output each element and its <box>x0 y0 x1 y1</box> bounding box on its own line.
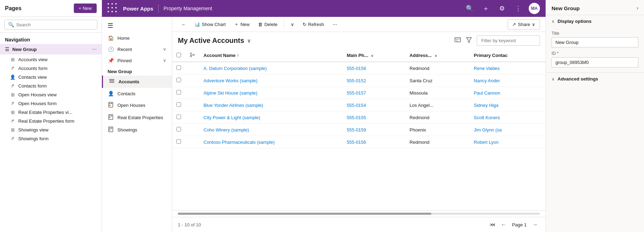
contact-cell[interactable]: Nancy Ander <box>470 75 546 87</box>
phone-cell[interactable]: 555-0152 <box>342 75 405 87</box>
advanced-settings-header[interactable]: ∨ Advanced settings <box>546 73 644 85</box>
pa-nav-pinned[interactable]: 📌 Pinned ∨ <box>102 55 172 66</box>
row-checkbox-cell[interactable] <box>172 111 185 124</box>
nav-item-accounts-view[interactable]: ⊞ Accounts view <box>0 55 102 64</box>
table-scrollbar[interactable] <box>178 213 540 215</box>
contacts-icon: 👤 <box>108 91 114 96</box>
search-input[interactable] <box>16 22 94 27</box>
select-all-header[interactable] <box>172 49 185 62</box>
new-page-button[interactable]: + New <box>74 4 97 13</box>
row-checkbox-cell[interactable] <box>172 75 185 87</box>
contact-cell[interactable]: Paul Cannon <box>470 87 546 99</box>
svg-rect-12 <box>109 128 110 129</box>
row-checkbox[interactable] <box>176 78 181 82</box>
nav-item-real-estate-view[interactable]: ⊞ Real Estate Properties vi... <box>0 108 102 117</box>
prev-page-button[interactable]: ← <box>499 220 509 229</box>
row-checkbox-cell[interactable] <box>172 136 185 148</box>
add-icon[interactable]: ＋ <box>480 4 491 13</box>
phone-cell[interactable]: 555-0155 <box>342 111 405 124</box>
row-checkbox[interactable] <box>176 127 181 131</box>
search-icon[interactable]: 🔍 <box>464 5 475 12</box>
next-page-button[interactable]: → <box>530 220 540 229</box>
table-row: Blue Yonder Airlines (sample) 555-0154 L… <box>172 99 546 111</box>
pa-nav-real-estate[interactable]: Real Estate Properties <box>102 111 172 124</box>
phone-cell[interactable]: 555-0154 <box>342 99 405 111</box>
pa-nav-accounts[interactable]: Accounts <box>102 76 172 88</box>
row-checkbox[interactable] <box>176 139 181 144</box>
account-name-cell[interactable]: Alpine Ski House (sample) <box>199 87 342 99</box>
account-name-cell[interactable]: A. Datum Corporation (sample) <box>199 62 342 75</box>
more-options-icon[interactable]: ⋮ <box>513 5 524 12</box>
contact-cell[interactable]: Scott Koners <box>470 111 546 124</box>
row-checkbox-cell[interactable] <box>172 62 185 75</box>
new-record-button[interactable]: ＋ New <box>231 19 253 30</box>
contact-cell[interactable]: Jim Glynn (sa <box>470 124 546 136</box>
pa-nav-real-estate-label: Real Estate Properties <box>117 115 163 120</box>
display-options-body: Title ID * <box>546 31 644 72</box>
nav-item-showings-view[interactable]: ⊞ Showings view <box>0 125 102 134</box>
form-icon: ↱ <box>10 136 15 141</box>
contact-cell[interactable]: Robert Lyon <box>470 136 546 148</box>
rp-close-icon[interactable]: › <box>637 5 638 11</box>
more-button[interactable]: ⋯ <box>329 20 341 29</box>
table-row: Adventure Works (sample) 555-0152 Santa … <box>172 75 546 87</box>
phone-cell[interactable]: 555-0156 <box>342 136 405 148</box>
filter-icon[interactable] <box>465 36 472 45</box>
row-checkbox[interactable] <box>176 115 181 119</box>
first-page-button[interactable]: ⏮ <box>488 220 497 229</box>
primary-contact-header[interactable]: Primary Contac <box>470 49 546 62</box>
settings-icon[interactable]: ⚙ <box>496 5 508 12</box>
nav-item-contacts-view[interactable]: 👤 Contacts view <box>0 73 102 82</box>
account-name-cell[interactable]: Contoso Pharmaceuticals (sample) <box>199 136 342 148</box>
pa-nav-recent[interactable]: 🕐 Recent ∨ <box>102 44 172 55</box>
table-view-icon[interactable] <box>454 36 461 45</box>
hamburger-menu[interactable]: ☰ <box>102 19 172 32</box>
nav-item-real-estate-form[interactable]: ↱ Real Estate Properties form <box>0 117 102 125</box>
nav-item-showings-form[interactable]: ↱ Showings form <box>0 134 102 143</box>
app-name: Power Apps <box>123 6 153 12</box>
account-name-cell[interactable]: Blue Yonder Airlines (sample) <box>199 99 342 111</box>
sort-button[interactable]: ∨ <box>287 20 298 29</box>
nav-item-open-houses-form[interactable]: ↱ Open Houses form <box>0 99 102 108</box>
svg-rect-9 <box>111 115 112 116</box>
view-title-chevron-icon[interactable]: ∨ <box>247 38 251 44</box>
app-launcher-icon[interactable] <box>108 3 118 14</box>
phone-cell[interactable]: 555-0159 <box>342 124 405 136</box>
id-field-input[interactable] <box>552 57 638 67</box>
row-checkbox[interactable] <box>176 65 181 70</box>
display-options-header[interactable]: ∧ Display options <box>546 15 644 27</box>
pa-nav-home[interactable]: 🏠 Home <box>102 32 172 44</box>
pa-nav-open-houses[interactable]: Open Houses <box>102 99 172 111</box>
select-all-checkbox[interactable] <box>176 53 181 57</box>
address-header[interactable]: Address... ∨ <box>405 49 470 62</box>
nav-item-open-houses-view[interactable]: ⊞ Open Houses view <box>0 90 102 99</box>
account-name-cell[interactable]: Adventure Works (sample) <box>199 75 342 87</box>
phone-cell[interactable]: 555-0158 <box>342 62 405 75</box>
filter-input[interactable] <box>477 36 540 46</box>
contact-cell[interactable]: Sidney Higa <box>470 99 546 111</box>
user-avatar[interactable]: MA <box>529 3 540 14</box>
account-name-cell[interactable]: City Power & Light (sample) <box>199 111 342 124</box>
main-phone-header[interactable]: Main Ph... ∨ <box>342 49 405 62</box>
row-checkbox-cell[interactable] <box>172 87 185 99</box>
row-checkbox-cell[interactable] <box>172 99 185 111</box>
delete-button[interactable]: 🗑 Delete <box>255 20 281 29</box>
nav-group-menu-icon[interactable]: ··· <box>92 46 97 52</box>
contact-cell[interactable]: Rene Valdes <box>470 62 546 75</box>
back-button[interactable]: ← <box>178 20 189 29</box>
account-name-header[interactable]: Account Name ↑ <box>199 49 342 62</box>
refresh-button[interactable]: ↻ Refresh <box>299 20 328 29</box>
nav-item-accounts-form[interactable]: ↱ Accounts form <box>0 64 102 73</box>
pa-nav-showings[interactable]: Showings <box>102 124 172 136</box>
share-button[interactable]: ↗ Share ∨ <box>508 19 540 30</box>
row-checkbox[interactable] <box>176 90 181 95</box>
title-field-input[interactable] <box>552 37 638 47</box>
row-checkbox[interactable] <box>176 102 181 107</box>
pa-nav-contacts[interactable]: 👤 Contacts <box>102 88 172 99</box>
nav-group-new-group[interactable]: ☰ New Group ··· <box>0 44 102 54</box>
account-name-cell[interactable]: Coho Winery (sample) <box>199 124 342 136</box>
row-checkbox-cell[interactable] <box>172 124 185 136</box>
nav-item-contacts-form[interactable]: ↱ Contacts form <box>0 82 102 90</box>
phone-cell[interactable]: 555-0157 <box>342 87 405 99</box>
show-chart-button[interactable]: 📊 Show Chart <box>191 20 229 29</box>
